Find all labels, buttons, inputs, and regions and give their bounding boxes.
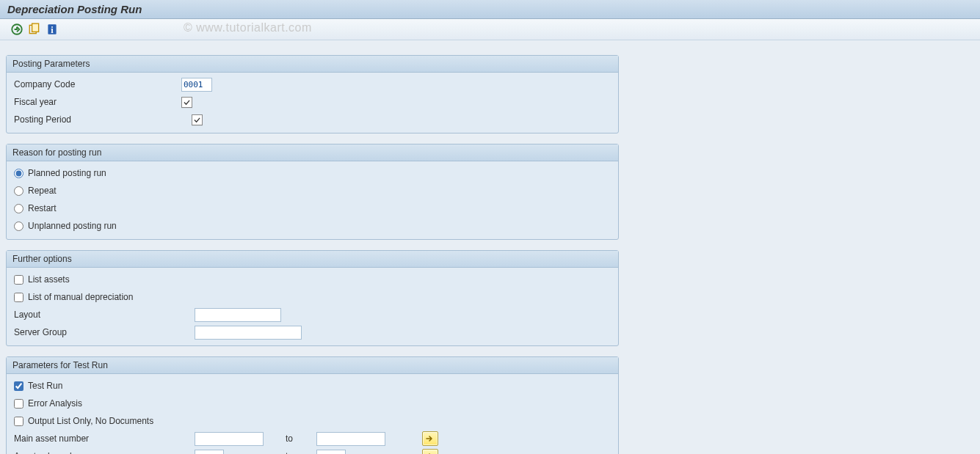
- svg-rect-2: [32, 23, 39, 32]
- company-code-input[interactable]: [181, 78, 212, 92]
- toolbar: i © www.tutorialkart.com: [0, 19, 980, 40]
- posting-period-label: Posting Period: [11, 114, 181, 125]
- check-list-assets[interactable]: [14, 275, 23, 285]
- main-asset-to-input[interactable]: [316, 432, 385, 446]
- radio-unplanned[interactable]: [14, 221, 23, 231]
- group-test-run: Parameters for Test Run Test Run Error A…: [6, 356, 619, 454]
- check-list-assets-label: List assets: [28, 274, 70, 285]
- check-output-only[interactable]: [14, 417, 23, 426]
- svg-text:i: i: [51, 25, 54, 35]
- fiscal-year-required-icon[interactable]: [181, 97, 192, 108]
- asset-sub-to-input[interactable]: [316, 450, 346, 455]
- execute-icon[interactable]: [10, 23, 23, 36]
- server-group-label: Server Group: [11, 327, 195, 337]
- radio-restart[interactable]: [14, 204, 23, 213]
- check-list-manual-label: List of manual depreciation: [28, 292, 133, 302]
- to-label: to: [286, 433, 316, 444]
- layout-input[interactable]: [195, 308, 281, 322]
- group-posting-parameters: Posting Parameters Company Code Fiscal y…: [6, 55, 619, 133]
- fiscal-year-label: Fiscal year: [11, 97, 181, 107]
- group-reason: Reason for posting run Planned posting r…: [6, 144, 619, 240]
- group-header: Further options: [7, 251, 618, 268]
- asset-sub-from-input[interactable]: [195, 450, 224, 455]
- company-code-label: Company Code: [11, 79, 181, 89]
- check-error-analysis[interactable]: [14, 399, 23, 409]
- info-icon[interactable]: i: [46, 23, 59, 36]
- check-test-run[interactable]: [14, 381, 23, 391]
- watermark: © www.tutorialkart.com: [184, 21, 312, 34]
- posting-period-required-icon[interactable]: [192, 114, 203, 125]
- radio-unplanned-label: Unplanned posting run: [28, 221, 117, 231]
- group-header: Reason for posting run: [7, 144, 618, 161]
- check-list-manual[interactable]: [14, 293, 23, 302]
- server-group-input[interactable]: [195, 326, 302, 340]
- radio-restart-label: Restart: [28, 203, 57, 213]
- check-error-analysis-label: Error Analysis: [28, 398, 82, 409]
- more-selection-button[interactable]: [422, 431, 438, 446]
- group-header: Parameters for Test Run: [7, 357, 618, 374]
- more-selection-button[interactable]: [422, 449, 438, 454]
- radio-repeat-label: Repeat: [28, 186, 57, 196]
- check-test-run-label: Test Run: [28, 381, 62, 391]
- page-title: Depreciation Posting Run: [0, 0, 980, 19]
- asset-sub-label: Asset subnumber: [11, 451, 195, 454]
- layout-label: Layout: [11, 310, 195, 320]
- radio-planned-label: Planned posting run: [28, 168, 106, 178]
- to-label: to: [286, 451, 316, 454]
- check-output-only-label: Output List Only, No Documents: [28, 416, 153, 426]
- main-asset-from-input[interactable]: [195, 432, 264, 446]
- content: Posting Parameters Company Code Fiscal y…: [0, 40, 980, 454]
- radio-repeat[interactable]: [14, 186, 23, 196]
- group-header: Posting Parameters: [7, 56, 618, 73]
- group-further-options: Further options List assets List of manu…: [6, 250, 619, 346]
- variant-icon[interactable]: [28, 23, 41, 36]
- main-asset-label: Main asset number: [11, 433, 195, 444]
- radio-planned[interactable]: [14, 169, 23, 178]
